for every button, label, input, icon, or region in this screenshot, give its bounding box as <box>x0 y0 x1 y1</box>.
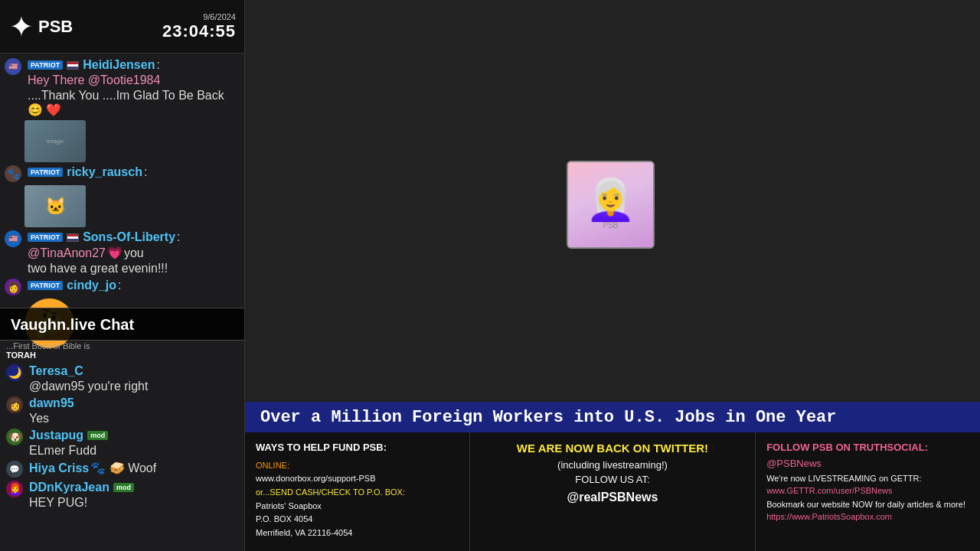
list-item: 🐶 Justapug mod ELmer Fudd <box>6 429 239 458</box>
list-item: 👩 dawn95 Yes <box>6 396 239 425</box>
colon: : <box>177 230 180 244</box>
chat-text-inline: you <box>124 246 144 260</box>
colon: : <box>156 58 159 72</box>
datetime-area: 9/6/2024 23:04:55 <box>162 12 236 41</box>
lower-chat-area: ...First Book of Bible is TORAH 🌙 Teresa… <box>0 337 245 517</box>
avatar: 👩 <box>5 279 21 295</box>
chat-panel: ✦ PSB 9/6/2024 23:04:55 🇺🇸 PATRIOT Heidi… <box>0 0 245 551</box>
username: DDnKyraJean <box>29 481 109 494</box>
mod-badge: mod <box>87 431 108 440</box>
flag-icon <box>67 61 79 70</box>
list-item: 🇺🇸 PATRIOT HeidiJensen : Hey There @Toot… <box>5 58 240 117</box>
ticker-text: Over a Million Foreign Workers into U.S.… <box>245 408 852 427</box>
po-box: P.O. BOX 4054 <box>256 513 459 527</box>
gettr-label: We're now LIVESTREAMING on GETTR: <box>766 472 969 485</box>
city: Merrifield, VA 22116-4054 <box>256 527 459 540</box>
logo-area: ✦ PSB <box>9 12 73 41</box>
colon: : <box>144 165 147 179</box>
avatar: 💬 <box>6 461 23 478</box>
box-name: Patriots' Soapbox <box>256 500 459 514</box>
twitter-handle: @realPSBNews <box>481 487 744 507</box>
center-thumbnail: 👩‍🦳 PSB <box>567 161 655 249</box>
avatar: 🐾 <box>5 165 21 182</box>
gettr-url: www.GETTR.com/user/PSBNews <box>766 484 969 498</box>
username: cindy_jo <box>67 279 116 292</box>
truthsocial-title: FOLLOW PSB ON TRUTHSOCIAL: <box>766 440 969 456</box>
username: HeidiJensen <box>83 58 155 72</box>
avatar: 🇺🇸 <box>5 58 21 75</box>
bottom-col-left: WAYS TO HELP FUND PSB: ONLINE: www.donor… <box>245 432 470 551</box>
chat-text: Yes <box>29 412 239 425</box>
time-display: 23:04:55 <box>162 21 236 41</box>
twitter-follow-label: FOLLOW US AT: <box>481 472 744 487</box>
chat-text: HEY PUG! <box>29 496 239 510</box>
username: ricky_rausch <box>67 165 142 179</box>
bottom-info-panel: WAYS TO HELP FUND PSB: ONLINE: www.donor… <box>245 432 980 551</box>
ticker-bar: Over a Million Foreign Workers into U.S.… <box>245 402 980 432</box>
twitter-title: WE ARE NOW BACK ON TWITTER! <box>481 440 744 458</box>
header: ✦ PSB 9/6/2024 23:04:55 <box>0 0 245 54</box>
list-item: 🇺🇸 PATRIOT Sons-Of-Liberty : @TinaAnon27… <box>5 230 240 276</box>
list-item: 🌙 Teresa_C @dawn95 you're right <box>6 364 239 393</box>
truthsocial-handle: @PSBNews <box>766 456 969 472</box>
chat-thumbnail: image <box>24 120 86 162</box>
avatar: 👩‍🦰 <box>6 481 23 497</box>
patriot-badge: PATRIOT <box>28 233 63 242</box>
avatar: 🇺🇸 <box>5 230 21 247</box>
username: Hiya Criss <box>29 461 89 475</box>
bottom-col-right: FOLLOW PSB ON TRUTHSOCIAL: @PSBNews We'r… <box>756 432 980 551</box>
patriot-badge: PATRIOT <box>28 281 63 290</box>
online-label: ONLINE: <box>256 459 459 473</box>
list-item: 🐾 PATRIOT ricky_rausch : <box>5 165 240 182</box>
chat-thumbnail: 🐱 <box>24 185 86 227</box>
vaughn-label-text: Vaughn.live Chat <box>11 316 134 333</box>
username: Teresa_C <box>29 364 83 378</box>
avatar: 🌙 <box>6 364 23 381</box>
fund-header: WAYS TO HELP FUND PSB: <box>256 440 459 456</box>
chat-text-inline: 🐾 🥪 Woof <box>90 461 156 475</box>
star-logo-icon: ✦ <box>9 12 34 41</box>
username: Sons-Of-Liberty <box>83 230 175 244</box>
bottom-col-center: WE ARE NOW BACK ON TWITTER! (including l… <box>470 432 756 551</box>
username: Justapug <box>29 429 83 442</box>
chat-text: ....Thank You ....Im Glad To Be Back 😊 ❤… <box>28 89 240 117</box>
avatar: 🐶 <box>6 429 23 445</box>
mention: Hey There @Tootie1984 <box>28 73 160 87</box>
list-item: ...First Book of Bible is TORAH <box>6 341 239 360</box>
donate-url: www.donorbox.org/support-PSB <box>256 472 459 486</box>
website-url: https://www.PatriotsSoapbox.com <box>766 510 969 524</box>
patriot-badge: PATRIOT <box>28 168 63 177</box>
chat-text: ELmer Fudd <box>29 444 239 458</box>
list-item: 💬 Hiya Criss 🐾 🥪 Woof <box>6 461 239 478</box>
website-label: Bookmark our website NOW for daily artic… <box>766 498 969 511</box>
mod-badge: mod <box>113 483 134 492</box>
list-item: 👩‍🦰 DDnKyraJean mod HEY PUG! <box>6 481 239 510</box>
colon: : <box>118 279 121 292</box>
chat-text: two have a great evenin!!! <box>28 262 240 276</box>
or-text: or...SEND CASH/CHECK TO P.O. BOX: <box>256 486 459 500</box>
list-item: 👩 PATRIOT cindy_jo : <box>5 279 240 295</box>
date-display: 9/6/2024 <box>162 12 236 21</box>
vaughn-live-chat-label: Vaughn.live Chat <box>0 308 245 341</box>
patriot-badge: PATRIOT <box>28 60 63 70</box>
psb-logo-text: PSB <box>38 17 73 37</box>
chat-text: @dawn95 you're right <box>29 380 239 393</box>
heart-icon: 💗 <box>107 246 122 260</box>
avatar: 👩 <box>6 396 23 413</box>
mention: @TinaAnon27 <box>28 246 106 260</box>
flag-icon <box>67 233 79 242</box>
twitter-subtitle: (including livestreaming!) <box>481 458 744 473</box>
username: dawn95 <box>29 396 74 410</box>
